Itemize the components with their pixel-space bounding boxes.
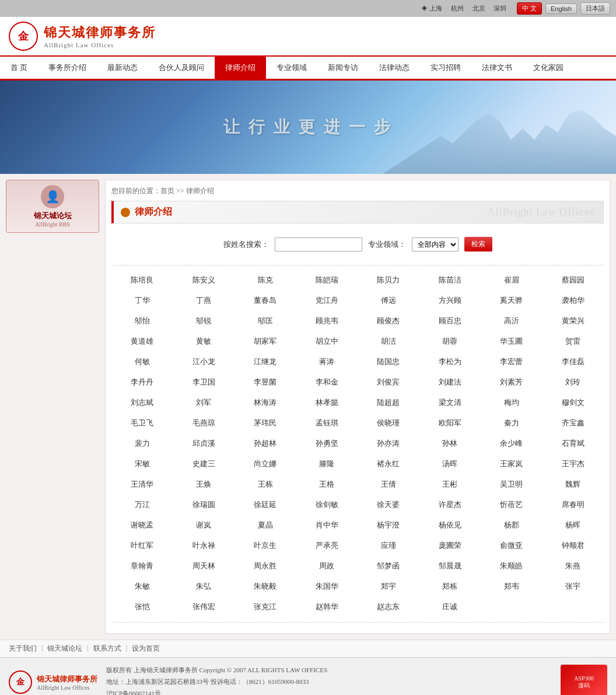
lawyer-name-item[interactable]: 褚永红: [358, 454, 419, 474]
lawyer-name-item[interactable]: 郑宇: [358, 577, 419, 597]
lawyer-name-item[interactable]: 应瑾: [358, 536, 419, 556]
lawyer-name-item[interactable]: 谢晓孟: [111, 515, 173, 536]
lawyer-name-item[interactable]: 刘俊宾: [358, 372, 419, 393]
lawyer-name-item[interactable]: 滕隆: [296, 454, 358, 474]
lawyer-name-item[interactable]: 胡立中: [296, 331, 358, 352]
nav-docs[interactable]: 法律文书: [471, 57, 523, 79]
lawyer-name-item[interactable]: 茅玮民: [235, 413, 296, 434]
lawyer-name-item[interactable]: 叶红军: [111, 536, 173, 556]
nav-culture[interactable]: 文化家园: [523, 57, 574, 79]
lawyer-name-item[interactable]: 杨郡: [481, 515, 542, 536]
lawyer-name-item[interactable]: 方兴顾: [419, 291, 481, 311]
lawyer-name-item[interactable]: 蒋涛: [296, 352, 358, 372]
search-button[interactable]: 检索: [464, 237, 492, 252]
lawyer-name-item[interactable]: 魏辉: [542, 474, 604, 495]
lawyer-name-item[interactable]: 丁华: [111, 291, 173, 311]
lawyer-name-item[interactable]: 顾兆韦: [296, 311, 358, 331]
lawyer-name-item[interactable]: 史建三: [173, 454, 235, 474]
lawyer-name-item[interactable]: 邱贞溪: [173, 434, 235, 454]
lawyer-name-item[interactable]: 李和金: [296, 372, 358, 393]
lawyer-name-item[interactable]: 李昱菌: [235, 372, 296, 393]
lawyer-name-item[interactable]: 石育斌: [542, 434, 604, 454]
lawyer-name-item[interactable]: 江小龙: [173, 352, 235, 372]
lawyer-name-item[interactable]: 胡蓉: [419, 331, 481, 352]
nav-lawyers[interactable]: 律师介绍: [215, 57, 266, 79]
footer-link-about[interactable]: 关于我们: [9, 644, 37, 654]
lawyer-name-item[interactable]: 陈皑瑞: [296, 270, 358, 291]
lawyer-name-item[interactable]: 朱弘: [173, 577, 235, 597]
lawyer-name-item[interactable]: 丁燕: [173, 291, 235, 311]
footer-link-contact[interactable]: 联系方式: [93, 644, 121, 654]
lawyer-name-item[interactable]: 郑韦: [481, 577, 542, 597]
lawyer-name-item[interactable]: 宋敏: [111, 454, 173, 474]
lawyer-name-item[interactable]: 汤晖: [419, 454, 481, 474]
lawyer-name-item[interactable]: 王宇杰: [542, 454, 604, 474]
lawyer-name-item[interactable]: 王格: [296, 474, 358, 495]
lawyer-name-item[interactable]: 徐廷延: [235, 495, 296, 515]
lawyer-name-item[interactable]: 陈安义: [173, 270, 235, 291]
lawyer-name-item[interactable]: 许星杰: [419, 495, 481, 515]
nav-practice[interactable]: 专业领域: [266, 57, 317, 79]
footer-link-forum[interactable]: 锦天城论坛: [47, 644, 82, 654]
lawyer-name-item[interactable]: 陈苗洁: [419, 270, 481, 291]
lawyer-name-item[interactable]: 严承亮: [296, 536, 358, 556]
lawyer-name-item[interactable]: 傅远: [358, 291, 419, 311]
lawyer-name-item[interactable]: 张克江: [235, 597, 296, 617]
lawyer-name-item[interactable]: 王焕: [173, 474, 235, 495]
lawyer-name-item[interactable]: 江继龙: [235, 352, 296, 372]
lawyer-name-item[interactable]: 徐瑞圆: [173, 495, 235, 515]
lawyer-name-item[interactable]: 胡家军: [235, 331, 296, 352]
lawyer-name-item[interactable]: 杨晖: [542, 515, 604, 536]
lawyer-name-item[interactable]: 黄敏: [173, 331, 235, 352]
lawyer-name-item[interactable]: 邹梦函: [358, 556, 419, 577]
lawyer-name-item[interactable]: 梅均: [481, 393, 542, 413]
lawyer-name-item[interactable]: 李宏蕾: [481, 352, 542, 372]
lawyer-name-item[interactable]: 邬怡: [111, 311, 173, 331]
lawyer-name-item[interactable]: 王家岚: [481, 454, 542, 474]
lawyer-name-item[interactable]: 董春岛: [235, 291, 296, 311]
lawyer-name-item[interactable]: 陆超超: [358, 393, 419, 413]
footer-link-homepage[interactable]: 设为首页: [132, 644, 160, 654]
lawyer-name-item[interactable]: 秦力: [481, 413, 542, 434]
lawyer-name-item[interactable]: 袭柏华: [542, 291, 604, 311]
lawyer-name-item[interactable]: 孙勇坚: [296, 434, 358, 454]
lawyer-name-item[interactable]: 奚天骅: [481, 291, 542, 311]
nav-home[interactable]: 首 页: [0, 57, 38, 79]
lawyer-name-item[interactable]: 杨依见: [419, 515, 481, 536]
lawyer-name-item[interactable]: 毛卫飞: [111, 413, 173, 434]
lawyer-name-item[interactable]: 齐宝鑫: [542, 413, 604, 434]
lawyer-name-item[interactable]: 俞微亚: [481, 536, 542, 556]
lawyer-name-item[interactable]: 党江舟: [296, 291, 358, 311]
lawyer-name-item[interactable]: 黄道雄: [111, 331, 173, 352]
lang-zh-button[interactable]: 中 文: [517, 2, 542, 15]
lawyer-name-item[interactable]: 朱燕: [542, 556, 604, 577]
lawyer-name-item[interactable]: 毛燕琼: [173, 413, 235, 434]
lawyer-name-item[interactable]: 谢岚: [173, 515, 235, 536]
lawyer-name-item[interactable]: 李卫国: [173, 372, 235, 393]
lawyer-name-item[interactable]: 杨宇澄: [358, 515, 419, 536]
search-input[interactable]: [275, 238, 362, 252]
lawyer-name-item[interactable]: 周政: [296, 556, 358, 577]
lawyer-name-item[interactable]: 贺雷: [542, 331, 604, 352]
nav-legal[interactable]: 法律动态: [369, 57, 420, 79]
lawyer-name-item[interactable]: 赵韩华: [296, 597, 358, 617]
lawyer-name-item[interactable]: 万江: [111, 495, 173, 515]
lawyer-name-item[interactable]: 崔眉: [481, 270, 542, 291]
lawyer-name-item[interactable]: 邬锐: [173, 311, 235, 331]
lawyer-name-item[interactable]: 高沂: [481, 311, 542, 331]
lawyer-name-item[interactable]: 周永胜: [235, 556, 296, 577]
lawyer-name-item[interactable]: 夏晶: [235, 515, 296, 536]
lawyer-name-item[interactable]: 叶永禄: [173, 536, 235, 556]
lawyer-name-item[interactable]: 王倩: [358, 474, 419, 495]
lawyer-name-item[interactable]: 蔡园园: [542, 270, 604, 291]
lawyer-name-item[interactable]: 朱晓毅: [235, 577, 296, 597]
lawyer-name-item[interactable]: 周天林: [173, 556, 235, 577]
lawyer-name-item[interactable]: 陆国忠: [358, 352, 419, 372]
lawyer-name-item[interactable]: 王彬: [419, 474, 481, 495]
lawyer-name-item[interactable]: 孙林: [419, 434, 481, 454]
lawyer-name-item[interactable]: 朱敏: [111, 577, 173, 597]
lawyer-name-item[interactable]: 顾俊杰: [358, 311, 419, 331]
nav-interview[interactable]: 新闻专访: [317, 57, 369, 79]
lawyer-name-item[interactable]: 刘志斌: [111, 393, 173, 413]
lawyer-name-item[interactable]: 张宇: [542, 577, 604, 597]
